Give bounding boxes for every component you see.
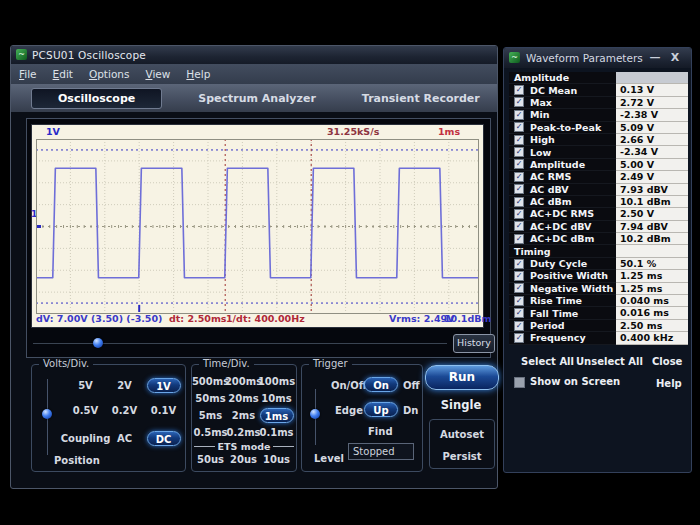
param-checkbox[interactable]: ✓: [514, 110, 524, 120]
param-checkbox[interactable]: ✓: [514, 147, 524, 157]
volts-option-0-5v[interactable]: 0.5V: [73, 405, 98, 416]
param-value: 2.66 V: [616, 134, 688, 146]
time-div-legend: Time/Div.: [199, 358, 254, 369]
param-checkbox[interactable]: ✓: [514, 172, 524, 182]
ets-option-20us[interactable]: 20us: [230, 454, 257, 465]
param-label: Period: [527, 320, 565, 331]
param-row: ✓AC dBV7.93 dBV: [509, 184, 688, 196]
scope-scrollbar-thumb[interactable]: [93, 338, 103, 348]
ets-option-50us[interactable]: 50us: [197, 454, 224, 465]
param-section-row: Amplitude: [509, 72, 688, 84]
param-checkbox[interactable]: ✓: [514, 97, 524, 107]
param-label: Timing: [509, 246, 550, 257]
param-checkbox[interactable]: ✓: [514, 85, 524, 95]
trigger-dn-option[interactable]: Dn: [403, 405, 418, 416]
title-bar[interactable]: ~ PCSU01 Oscilloscope: [11, 46, 497, 64]
time-option-10ms[interactable]: 10ms: [261, 393, 291, 404]
trigger-level-slider-thumb[interactable]: [310, 409, 320, 419]
param-row: ✓AC RMS2.49 V: [509, 171, 688, 183]
history-button[interactable]: History: [453, 334, 495, 353]
help-button[interactable]: Help: [656, 378, 682, 389]
param-label: Fall Time: [527, 308, 578, 319]
coupling-option-dc[interactable]: DC: [147, 431, 181, 446]
param-label: AC+DC dBm: [527, 233, 594, 244]
param-label: AC+DC dBV: [527, 221, 591, 232]
menu-options[interactable]: Options: [89, 68, 130, 80]
volts-position-slider-thumb[interactable]: [42, 409, 52, 419]
trigger-on-button[interactable]: On: [364, 377, 398, 392]
trigger-find-button[interactable]: Find: [368, 426, 393, 437]
trigger-legend: Trigger: [309, 358, 352, 369]
coupling-option-ac[interactable]: AC: [117, 433, 132, 444]
unselect-all-button[interactable]: Unselect All: [576, 356, 643, 367]
param-label: AC dBm: [527, 196, 572, 207]
volts-option-5v[interactable]: 5V: [78, 380, 93, 391]
param-checkbox[interactable]: ✓: [514, 259, 524, 269]
param-value: 2.50 ms: [616, 320, 688, 332]
time-option-0-5ms[interactable]: 0.5ms: [193, 427, 227, 438]
menu-view[interactable]: View: [145, 68, 170, 80]
menu-edit[interactable]: Edit: [53, 68, 73, 80]
volts-option-2v[interactable]: 2V: [117, 380, 132, 391]
param-label: Min: [527, 109, 549, 120]
aux-group: Autoset Persist: [429, 419, 495, 469]
time-option-1ms[interactable]: 1ms: [260, 408, 294, 423]
time-option-500ms[interactable]: 500ms: [192, 376, 229, 387]
time-option-50ms[interactable]: 50ms: [195, 393, 225, 404]
param-label: Rise Time: [527, 295, 582, 306]
autoset-button[interactable]: Autoset: [430, 429, 494, 440]
params-title-bar[interactable]: ~ Waveform Parameters — X: [504, 48, 691, 68]
param-checkbox[interactable]: ✓: [514, 234, 524, 244]
param-value: 10.1 dBm: [616, 196, 688, 208]
time-option-0-1ms[interactable]: 0.1ms: [259, 427, 293, 438]
param-checkbox[interactable]: ✓: [514, 333, 524, 343]
param-checkbox[interactable]: ✓: [514, 135, 524, 145]
time-option-2ms[interactable]: 2ms: [232, 410, 255, 421]
params-minimize-button[interactable]: —: [647, 51, 663, 64]
param-label: AC RMS: [527, 171, 571, 182]
time-option-200ms[interactable]: 200ms: [225, 376, 262, 387]
param-checkbox[interactable]: ✓: [514, 159, 524, 169]
params-close-button[interactable]: X: [667, 51, 683, 64]
param-checkbox[interactable]: ✓: [514, 221, 524, 231]
param-checkbox[interactable]: ✓: [514, 296, 524, 306]
time-option-20ms[interactable]: 20ms: [228, 393, 258, 404]
param-checkbox[interactable]: ✓: [514, 197, 524, 207]
params-window: ~ Waveform Parameters — X Amplitude✓DC M…: [503, 47, 692, 473]
persist-button[interactable]: Persist: [430, 451, 494, 462]
tab-transient-recorder[interactable]: Transient Recorder: [352, 90, 490, 107]
param-value: -2.38 V: [616, 109, 688, 121]
time-option-100ms[interactable]: 100ms: [258, 376, 295, 387]
coupling-label: Coupling: [61, 433, 111, 444]
tab-oscilloscope[interactable]: Oscilloscope: [31, 88, 162, 109]
ets-option-10us[interactable]: 10us: [263, 454, 290, 465]
tab-spectrum-analyzer[interactable]: Spectrum Analyzer: [188, 90, 326, 107]
single-button[interactable]: Single: [425, 398, 497, 412]
param-label: Frequency: [527, 332, 586, 343]
close-button[interactable]: Close: [652, 356, 682, 367]
volts-option-0-2v[interactable]: 0.2V: [112, 405, 137, 416]
volts-option-0-1v[interactable]: 0.1V: [151, 405, 176, 416]
show-on-screen-label: Show on Screen: [530, 376, 620, 387]
param-checkbox[interactable]: ✓: [514, 321, 524, 331]
trigger-off-option[interactable]: Off: [403, 380, 420, 391]
time-option-0-2ms[interactable]: 0.2ms: [226, 427, 260, 438]
param-checkbox[interactable]: ✓: [514, 271, 524, 281]
param-checkbox[interactable]: ✓: [514, 308, 524, 318]
param-value: 2.49 V: [616, 171, 688, 183]
menu-file[interactable]: File: [19, 68, 37, 80]
trigger-edge-label: Edge: [335, 405, 363, 416]
trigger-up-button[interactable]: Up: [364, 402, 398, 417]
param-checkbox[interactable]: ✓: [514, 209, 524, 219]
trigger-level-field[interactable]: Stopped: [348, 443, 414, 460]
param-checkbox[interactable]: ✓: [514, 283, 524, 293]
time-option-5ms[interactable]: 5ms: [199, 410, 222, 421]
show-on-screen-checkbox[interactable]: [514, 377, 525, 388]
run-button[interactable]: Run: [425, 365, 499, 390]
param-checkbox[interactable]: ✓: [514, 122, 524, 132]
param-value: [616, 245, 688, 257]
select-all-button[interactable]: Select All: [521, 356, 574, 367]
param-checkbox[interactable]: ✓: [514, 184, 524, 194]
volts-option-1v[interactable]: 1V: [147, 378, 181, 393]
menu-help[interactable]: Help: [186, 68, 210, 80]
